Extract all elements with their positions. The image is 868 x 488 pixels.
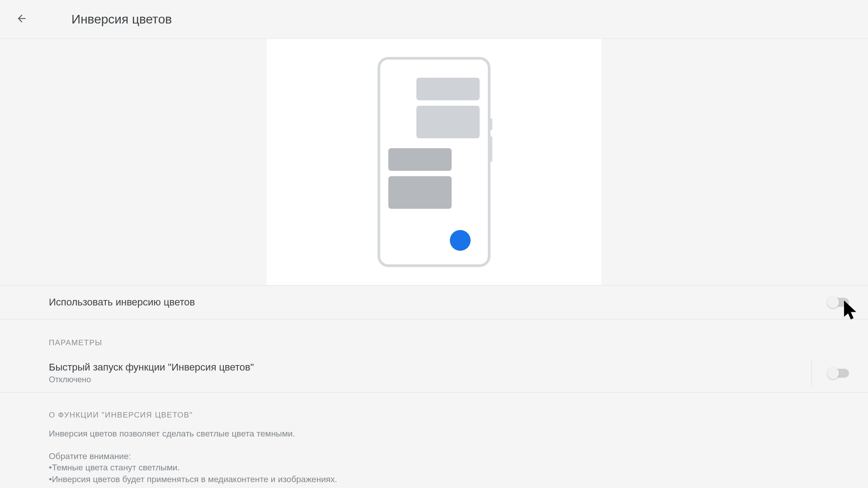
use-color-inversion-toggle[interactable]: [828, 298, 849, 307]
vertical-divider: [811, 360, 812, 387]
about-bullet-1: •Темные цвета станут светлыми.: [49, 462, 819, 474]
phone-volume-button-icon: [490, 136, 492, 162]
shortcut-toggle-container: [811, 354, 849, 392]
arrow-back-icon: [16, 13, 28, 26]
shortcut-subtitle: Отключено: [49, 375, 254, 385]
toggle-knob-icon: [827, 367, 839, 379]
phone-mockup: [377, 57, 491, 267]
chat-bubble-icon: [388, 176, 452, 209]
about-paragraph-1: Инверсия цветов позволяет сделать светлы…: [49, 428, 819, 440]
phone-side-button-icon: [490, 118, 492, 130]
about-text: Инверсия цветов позволяет сделать светлы…: [0, 428, 868, 485]
chat-bubble-icon: [416, 106, 480, 138]
use-color-inversion-row[interactable]: Использовать инверсию цветов: [0, 285, 868, 319]
params-section-header: ПАРАМЕТРЫ: [0, 319, 868, 354]
about-bullet-2: •Инверсия цветов будет применяться в мед…: [49, 474, 819, 485]
shortcut-toggle[interactable]: [828, 369, 849, 378]
shortcut-text: Быстрый запуск функции "Инверсия цветов"…: [49, 361, 254, 385]
toggle-knob-icon: [827, 296, 839, 308]
preview-card: [267, 39, 601, 285]
about-section-header: О ФУНКЦИИ "ИНВЕРСИЯ ЦВЕТОВ": [0, 393, 868, 428]
shortcut-row[interactable]: Быстрый запуск функции "Инверсия цветов"…: [0, 354, 868, 393]
shortcut-title: Быстрый запуск функции "Инверсия цветов": [49, 361, 254, 373]
preview-area: [0, 39, 868, 285]
back-button[interactable]: [11, 9, 33, 30]
page-title: Инверсия цветов: [71, 12, 172, 27]
app-header: Инверсия цветов: [0, 0, 868, 39]
about-note-intro: Обратите внимание:: [49, 450, 819, 462]
use-color-inversion-label: Использовать инверсию цветов: [49, 296, 195, 308]
chat-bubble-icon: [416, 78, 480, 100]
chat-bubble-icon: [388, 148, 452, 171]
fab-icon: [450, 230, 471, 251]
